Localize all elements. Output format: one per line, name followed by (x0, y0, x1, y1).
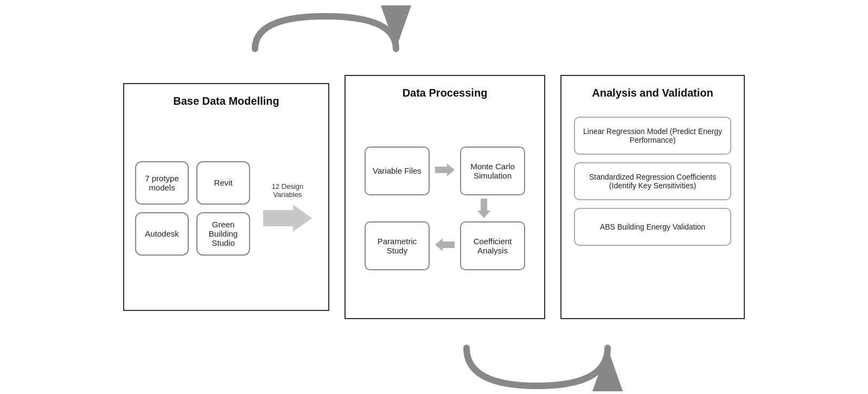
proc-row-1: Variable Files Monte Carlo Simulation (365, 147, 525, 195)
panel-data-processing: Data Processing Variable Files Monte Car… (344, 75, 545, 319)
svg-marker-4 (477, 199, 490, 218)
proc-variable-files: Variable Files (365, 147, 430, 195)
proc-monte-carlo: Monte Carlo Simulation (460, 147, 525, 195)
base-grid: 7 protype models Revit Autodesk Green Bu… (135, 161, 250, 256)
base-panel-title: Base Data Modelling (173, 95, 279, 107)
arrow-label: 12 Design Variables (258, 182, 317, 199)
main-container: Base Data Modelling 7 protype models Rev… (0, 0, 868, 394)
big-right-arrow (263, 202, 312, 234)
svg-marker-2 (263, 205, 312, 232)
svg-marker-3 (435, 163, 455, 176)
bottom-curve-arrow (445, 342, 629, 391)
analysis-item-0: Linear Regression Model (Predict Energy … (574, 117, 731, 155)
processing-panel-title: Data Processing (403, 87, 488, 99)
proc-arrow-right-1 (435, 162, 455, 180)
vert-arrows-row (366, 199, 524, 218)
base-cell-0: 7 protype models (135, 161, 189, 205)
analysis-item-1: Standardized Regression Coefficients (Id… (574, 162, 731, 200)
analysis-panel-title: Analysis and Validation (592, 87, 713, 99)
top-curve-arrow (233, 5, 418, 54)
svg-marker-5 (435, 238, 455, 251)
processing-inner: Variable Files Monte Carlo Simulation (356, 109, 533, 307)
base-cell-3: Green Building Studio (196, 212, 250, 256)
analysis-item-2: ABS Building Energy Validation (574, 208, 731, 246)
base-cell-1: Revit (196, 161, 250, 205)
panel-analysis: Analysis and Validation Linear Regressio… (560, 75, 745, 319)
proc-arrow-left-1 (435, 237, 455, 255)
panel-base-data: Base Data Modelling 7 protype models Rev… (123, 83, 329, 311)
panels-row: Base Data Modelling 7 protype models Rev… (0, 75, 868, 319)
proc-row-2: Parametric Study Coefficient Analysis (365, 221, 525, 270)
base-cell-2: Autodesk (135, 212, 189, 256)
proc-parametric: Parametric Study (365, 221, 430, 270)
proc-arrow-down (476, 199, 492, 218)
proc-coefficient: Coefficient Analysis (460, 221, 525, 270)
